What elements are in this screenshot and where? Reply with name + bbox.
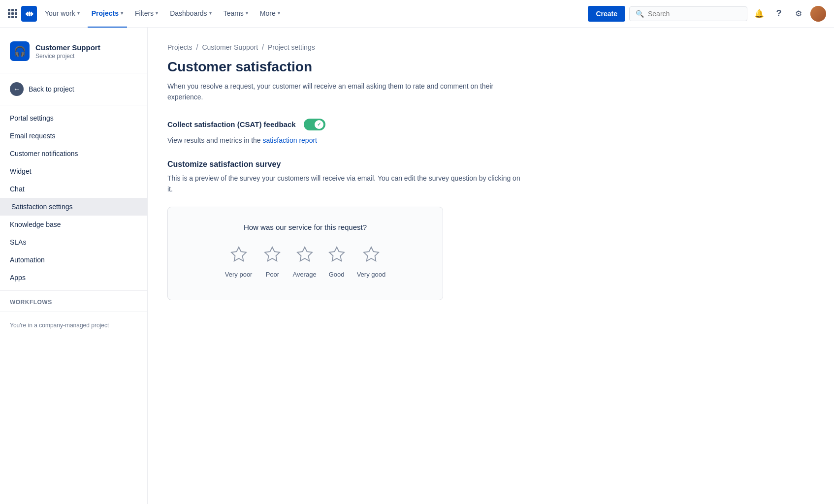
search-bar[interactable]: 🔍 <box>629 6 747 21</box>
star-icon-1 <box>228 245 249 266</box>
sidebar-divider-4 <box>0 312 147 312</box>
sidebar-item-slas[interactable]: SLAs <box>0 233 147 251</box>
survey-section-title: Customize satisfaction survey <box>167 160 814 169</box>
survey-section-desc: This is a preview of the survey your cus… <box>167 173 522 195</box>
chevron-icon: ▾ <box>246 10 248 16</box>
sidebar-item-customer-notifications[interactable]: Customer notifications <box>0 145 147 162</box>
star-label-5: Very good <box>357 271 386 278</box>
breadcrumb-customer-support[interactable]: Customer Support <box>202 43 258 51</box>
star-label-2: Poor <box>266 271 279 278</box>
project-header: 🎧 Customer Support Service project <box>0 35 147 69</box>
view-results-text: View results and metrics in the satisfac… <box>167 136 814 144</box>
survey-section: Customize satisfaction survey This is a … <box>167 160 814 300</box>
app-grid-icon[interactable] <box>8 9 17 18</box>
project-type: Service project <box>35 53 100 60</box>
sidebar-item-portal-settings[interactable]: Portal settings <box>0 109 147 127</box>
notifications-button[interactable]: 🔔 <box>751 6 767 22</box>
survey-question[interactable]: How was our service for this request? <box>184 223 427 231</box>
sidebar-divider-2 <box>0 105 147 105</box>
page-description: When you resolve a request, your custome… <box>167 81 522 103</box>
star-icon-5 <box>361 245 382 266</box>
breadcrumb-sep-1: / <box>196 43 198 51</box>
chevron-icon: ▾ <box>209 10 212 16</box>
back-to-project-button[interactable]: ← Back to project <box>0 77 147 101</box>
sidebar-footer: You're in a company-managed project <box>0 316 147 335</box>
survey-preview: How was our service for this request? Ve… <box>167 207 443 300</box>
star-label-4: Good <box>329 271 345 278</box>
satisfaction-report-link[interactable]: satisfaction report <box>263 136 318 144</box>
star-label-3: Average <box>292 271 316 278</box>
star-very-poor[interactable]: Very poor <box>225 245 253 278</box>
topnav: ⇹ Your work ▾ Projects ▾ Filters ▾ Dashb… <box>0 0 834 28</box>
sidebar: 🎧 Customer Support Service project ← Bac… <box>0 28 148 504</box>
star-poor[interactable]: Poor <box>262 245 283 278</box>
star-good[interactable]: Good <box>326 245 347 278</box>
avatar[interactable] <box>810 6 826 22</box>
nav-more[interactable]: More ▾ <box>256 0 284 28</box>
csat-section: Collect satisfaction (CSAT) feedback ✓ V… <box>167 119 814 144</box>
csat-toggle[interactable]: ✓ <box>304 119 325 130</box>
star-very-good[interactable]: Very good <box>357 245 386 278</box>
help-button[interactable]: ? <box>771 6 787 22</box>
breadcrumb-project-settings[interactable]: Project settings <box>268 43 315 51</box>
sidebar-divider <box>0 73 147 73</box>
app-layout: 🎧 Customer Support Service project ← Bac… <box>0 28 834 504</box>
sidebar-item-chat[interactable]: Chat <box>0 180 147 198</box>
logo[interactable]: ⇹ <box>21 6 37 22</box>
search-icon: 🔍 <box>636 10 644 18</box>
star-rating: Very poor Poor Average <box>184 245 427 278</box>
csat-label: Collect satisfaction (CSAT) feedback <box>167 120 296 128</box>
star-label-1: Very poor <box>225 271 253 278</box>
sidebar-item-email-requests[interactable]: Email requests <box>0 127 147 145</box>
gear-icon: ⚙ <box>795 9 802 18</box>
sidebar-item-knowledge-base[interactable]: Knowledge base <box>0 216 147 233</box>
star-icon-3 <box>294 245 315 266</box>
breadcrumb-projects[interactable]: Projects <box>167 43 192 51</box>
main-content: Projects / Customer Support / Project se… <box>148 28 834 504</box>
sidebar-item-automation[interactable]: Automation <box>0 251 147 269</box>
help-icon: ? <box>776 8 782 19</box>
star-average[interactable]: Average <box>292 245 316 278</box>
chevron-icon: ▾ <box>121 10 123 16</box>
sidebar-divider-3 <box>0 290 147 291</box>
chevron-icon: ▾ <box>156 10 158 16</box>
project-icon: 🎧 <box>10 41 30 61</box>
project-name: Customer Support <box>35 43 100 52</box>
sidebar-section-workflows: Workflows <box>0 295 147 308</box>
breadcrumb-sep-2: / <box>262 43 264 51</box>
sidebar-item-satisfaction-settings[interactable]: Satisfaction settings <box>0 198 147 216</box>
nav-teams[interactable]: Teams ▾ <box>220 0 252 28</box>
bell-icon: 🔔 <box>754 9 764 18</box>
page-title: Customer satisfaction <box>167 59 814 75</box>
create-button[interactable]: Create <box>588 6 625 22</box>
star-icon-4 <box>326 245 347 266</box>
nav-your-work[interactable]: Your work ▾ <box>41 0 84 28</box>
sidebar-item-widget[interactable]: Widget <box>0 162 147 180</box>
sidebar-item-apps[interactable]: Apps <box>0 269 147 286</box>
nav-projects[interactable]: Projects ▾ <box>88 0 127 28</box>
breadcrumb: Projects / Customer Support / Project se… <box>167 43 814 51</box>
nav-filters[interactable]: Filters ▾ <box>131 0 162 28</box>
chevron-icon: ▾ <box>77 10 80 16</box>
nav-dashboards[interactable]: Dashboards ▾ <box>166 0 216 28</box>
back-icon: ← <box>10 82 24 96</box>
chevron-icon: ▾ <box>278 10 280 16</box>
search-input[interactable] <box>648 10 741 18</box>
settings-button[interactable]: ⚙ <box>791 6 806 22</box>
star-icon-2 <box>262 245 283 266</box>
